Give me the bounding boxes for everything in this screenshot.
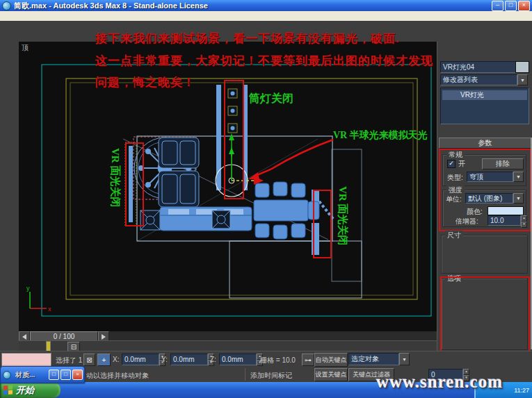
left-light-annotation-box — [125, 142, 144, 226]
on-checkbox[interactable]: ✓ — [447, 160, 456, 168]
annotation-line-3: 问题，悔之晚矣！ — [95, 74, 195, 90]
top-viewport[interactable]: x y 顶 筒灯关闭 VR 半球光来模拟天光 VR 面光关闭 VR 面光关闭 — [19, 42, 437, 331]
general-group: 常规 ✓ 开 排除 类型: 穹顶 ▼ — [442, 154, 526, 186]
annotation-line-2: 这一点非常重要，大家切记！不要等到最后出图的时候才发现 — [95, 53, 433, 69]
x-label: X: — [113, 356, 119, 363]
close-icon[interactable]: × — [72, 370, 83, 380]
set-key-button[interactable]: 设置关键点 — [314, 368, 348, 381]
intensity-group: 强度 单位: 默认 (图象) ▼ 颜色: 倍增器: 10.0 ▴▾ — [442, 190, 526, 227]
viewport-axis-tripod: x y — [26, 285, 51, 313]
minimize-button[interactable]: – — [492, 1, 503, 11]
right-light-annotation-box — [313, 190, 332, 258]
set-key-icon[interactable]: ⊶ — [302, 354, 314, 366]
left-toolbar — [0, 42, 19, 356]
open-mini-curve-editor-button[interactable]: ⊟ — [67, 342, 80, 351]
type-dropdown[interactable]: 穹顶 ▼ — [467, 172, 524, 182]
chevron-down-icon[interactable]: ▼ — [513, 193, 524, 204]
type-label: 类型: — [447, 173, 463, 183]
chevron-down-icon[interactable]: ▼ — [399, 353, 410, 365]
add-time-tag[interactable]: 添加时间标记 — [250, 371, 292, 381]
x-coordinate-field[interactable]: 0.0mm — [122, 354, 159, 365]
command-panel: VR灯光04 修改器列表 ▼ VR灯光 参数 常规 ✓ 开 排除 类型: 穹顶 … — [437, 42, 532, 351]
grid-size-readout: 栅格 = 10.0 — [260, 356, 296, 365]
object-name-field[interactable]: VR灯光04 — [440, 61, 518, 73]
selection-count: 选择了 1 — [56, 356, 82, 365]
title-bar: 简欧.max - Autodesk 3ds Max 8 - Stand-alon… — [0, 0, 532, 11]
maxscript-mini-listener[interactable] — [1, 353, 51, 367]
z-coordinate-field[interactable]: 0.0mm — [219, 354, 257, 365]
maximize-button[interactable]: □ — [61, 370, 71, 380]
prompt-text: 动以选择并移动对象 — [86, 371, 149, 381]
options-annotation-frame — [440, 276, 530, 353]
dome-light-annotation: VR 半球光来模拟天光 — [333, 129, 428, 142]
viewport-label: 顶 — [22, 43, 29, 53]
chevron-down-icon[interactable]: ▼ — [513, 172, 524, 182]
status-bar: 选择了 1 ⊠ + X: 0.0mm ▴▾ Y: 0.0mm ▴▾ Z: 0.0… — [0, 351, 532, 367]
svg-text:y: y — [26, 285, 30, 292]
general-annotation-frame: 常规 ✓ 开 排除 类型: 穹顶 ▼ 强度 单位: 默认 (图象) ▼ 颜色: … — [439, 149, 531, 231]
right-light-annotation: VR 面光关闭 — [336, 186, 349, 245]
downlight-annotation: 筒灯关闭 — [249, 92, 293, 106]
y-coordinate-field[interactable]: 0.0mm — [170, 354, 208, 365]
object-color-swatch[interactable] — [515, 61, 529, 73]
material-editor-icon — [3, 371, 11, 379]
modifier-stack[interactable]: VR灯光 — [440, 88, 529, 124]
restore-button[interactable]: □ — [49, 370, 59, 380]
stack-item-vraylight[interactable]: VR灯光 — [442, 90, 527, 100]
color-label: 颜色: — [467, 207, 483, 217]
multiplier-field[interactable]: 10.0 — [487, 215, 521, 226]
windows-flag-icon — [3, 385, 13, 395]
size-group: 尺寸 — [441, 235, 528, 274]
multiplier-label: 倍增器: — [456, 217, 478, 226]
light-color-swatch[interactable] — [487, 206, 524, 215]
left-light-annotation: VR 面光关闭 — [108, 148, 122, 207]
modifier-list-dropdown[interactable]: 修改器列表 ▼ — [440, 74, 528, 85]
chevron-down-icon[interactable]: ▼ — [517, 74, 528, 85]
selection-lock-toggle[interactable]: ⊠ — [83, 354, 95, 366]
downlights-annotation-box — [224, 80, 244, 199]
window-title: 简欧.max - Autodesk 3ds Max 8 - Stand-alon… — [14, 1, 208, 11]
units-label: 单位: — [446, 194, 462, 204]
track-bar[interactable]: ⊟ — [19, 340, 437, 351]
menu-bar — [0, 11, 532, 22]
y-label: Y: — [161, 356, 168, 363]
start-button[interactable]: 开始 — [0, 382, 61, 398]
multiplier-spinner[interactable]: ▴▾ — [521, 215, 527, 228]
close-button[interactable]: × — [518, 1, 530, 11]
material-editor-title: 材质... — [15, 370, 35, 380]
material-editor-window[interactable]: 材质... □ □ × — [0, 366, 85, 383]
ta​skbar-clock: 11:27 — [514, 387, 532, 394]
units-dropdown[interactable]: 默认 (图象) ▼ — [465, 193, 524, 204]
absolute-mode-transform-icon[interactable]: + — [97, 354, 111, 366]
on-label: 开 — [458, 159, 465, 169]
parameters-rollout-header[interactable]: 参数 — [439, 138, 531, 149]
svg-text:x: x — [48, 306, 51, 313]
app-icon — [2, 1, 11, 10]
time-slider[interactable]: 0 / 100 — [19, 331, 437, 340]
auto-key-button[interactable]: 自动关键点 — [314, 353, 348, 367]
z-label: Z: — [210, 356, 216, 363]
annotation-line-1: 接下来我们来测试场景，看一下场景有没有漏光，破面. — [95, 31, 399, 47]
exclude-button[interactable]: 排除 — [482, 158, 524, 169]
maximize-button[interactable]: □ — [505, 1, 517, 11]
watermark: www.snren.com — [376, 372, 503, 392]
key-filter-dropdown[interactable]: 选定对象 ▼ — [348, 353, 410, 365]
